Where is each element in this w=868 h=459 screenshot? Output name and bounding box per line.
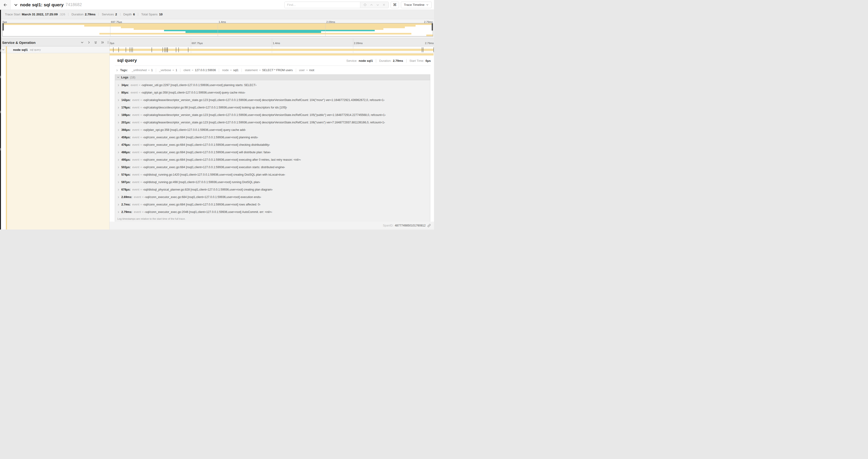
tag-item[interactable]: user=root — [296, 69, 317, 72]
log-row[interactable]: 2.7ms:event=‹sql/conn_executor_exec.go:6… — [115, 201, 430, 208]
viewport-scrubber-right[interactable] — [432, 23, 433, 31]
log-timestamp: 201μs: — [121, 121, 131, 124]
log-field-key: event — [132, 128, 140, 132]
next-result-icon[interactable] — [376, 3, 379, 6]
chevron-right-icon — [117, 121, 120, 124]
collapse-controls — [81, 41, 110, 44]
span-detail-area: sql query Service:node sql1Duration:2.79… — [0, 53, 434, 230]
tick: 697.75μs — [191, 41, 203, 45]
summary-item: Total Spans10 — [138, 13, 166, 16]
log-row[interactable]: 2.69ms:event=‹sql/conn_executor_exec.go:… — [115, 193, 430, 201]
summary-bar: Trace StartMarch 31 2022, 17:25:09.326Du… — [0, 10, 434, 19]
log-field-key: event — [132, 203, 140, 206]
collapse-one-icon[interactable] — [81, 41, 84, 44]
tag-item[interactable]: statement=SELECT * FROM users — [242, 69, 296, 72]
log-row[interactable]: 34μs:event=‹sql/exec_util.go:2297 [nsql1… — [115, 81, 430, 89]
chevron-down-icon[interactable] — [2, 48, 5, 51]
locate-icon[interactable] — [363, 3, 367, 6]
log-row[interactable]: 366μs:event=‹sql/plan_opt.go:358 [nsql1,… — [115, 126, 430, 134]
chevron-down-icon[interactable] — [14, 3, 18, 7]
trace-view-dropdown[interactable]: Trace Timeline — [401, 2, 432, 8]
log-timestamp: 2.69ms: — [121, 195, 132, 199]
detail-span-bar — [110, 54, 434, 56]
chevron-right-icon — [117, 196, 120, 198]
viewport-scrubber-left[interactable] — [3, 23, 4, 31]
span-bar-cell[interactable] — [110, 46, 434, 53]
tick-label: 2.79ms — [425, 42, 434, 44]
log-row[interactable]: 80μs:event=‹sql/plan_opt.go:358 [nsql1,c… — [115, 89, 430, 96]
chevron-right-icon — [117, 166, 120, 169]
span-name-cell[interactable]: node sql1 sql query — [0, 46, 110, 53]
log-row[interactable]: 486μs:event=‹sql/conn_executor_exec.go:6… — [115, 149, 430, 156]
log-equals: = — [140, 158, 142, 161]
summary-item: Trace StartMarch 31 2022, 17:25:09.326 — [2, 13, 68, 16]
log-field-key: event — [134, 210, 141, 214]
log-row[interactable]: 495μs:event=‹sql/conn_executor_exec.go:6… — [115, 156, 430, 163]
log-timestamp: 34μs: — [121, 84, 129, 87]
log-row[interactable]: 142μs:event=‹sql/catalog/lease/descripto… — [115, 96, 430, 104]
expand-all-icon[interactable] — [101, 41, 104, 44]
log-row[interactable]: 201μs:event=‹sql/catalog/lease/descripto… — [115, 119, 430, 126]
log-row[interactable]: 176μs:event=‹sql/catalog/descs/descripto… — [115, 104, 430, 111]
log-row[interactable]: 574μs:event=‹sql/distsql_running.go:1420… — [115, 171, 430, 178]
tag-equals: = — [230, 69, 232, 72]
timeline-header: Service & Operation 0μs697.75μs1.4ms2.09 — [0, 38, 434, 46]
top-bar-actions: ⌘ Trace Timeline — [284, 2, 434, 8]
tag-item[interactable]: client=127.0.0.1:59936 — [180, 69, 219, 72]
chevron-right-icon — [117, 99, 120, 101]
log-timestamp: 574μs: — [121, 173, 131, 176]
log-row[interactable]: 459μs:event=‹sql/conn_executor_exec.go:6… — [115, 134, 430, 141]
summary-item-label: Services — [102, 13, 114, 16]
log-timestamp: 176μs: — [121, 106, 131, 109]
meta-value: 0μs — [426, 59, 431, 63]
log-row[interactable]: 476μs:event=‹sql/conn_executor_exec.go:6… — [115, 141, 430, 149]
span-meta-item: Start Time:0μs — [406, 59, 431, 63]
expand-one-icon[interactable] — [87, 41, 91, 44]
tags-row[interactable]: Tags: _unfinished=1_verbose=1client=127.… — [116, 68, 431, 72]
tag-equals: = — [173, 69, 174, 72]
chevron-right-icon — [117, 84, 120, 87]
log-row[interactable]: 189μs:event=‹sql/catalog/lease/descripto… — [115, 111, 430, 119]
trace-id: 7418682 — [66, 2, 82, 7]
log-row[interactable]: 597μs:event=‹sql/distsql_running.go:498 … — [115, 178, 430, 186]
expanded-row-highlight — [7, 53, 110, 230]
tag-item[interactable]: _verbose=1 — [156, 69, 180, 72]
chevron-right-icon — [117, 106, 120, 109]
prev-result-icon[interactable] — [370, 3, 373, 6]
tick: 0μs — [110, 41, 114, 45]
column-resizer-handle[interactable] — [107, 41, 109, 44]
tag-item[interactable]: _unfinished=1 — [129, 69, 156, 72]
logs-header[interactable]: Logs (18) — [115, 75, 430, 80]
log-row[interactable]: 678μs:event=‹sql/distsql_physical_planne… — [115, 186, 430, 193]
log-row[interactable]: 502μs:event=‹sql/conn_executor_exec.go:6… — [115, 163, 430, 171]
log-equals: = — [140, 166, 142, 169]
back-button[interactable] — [0, 0, 11, 9]
page-title: node sql1: sql query — [20, 2, 64, 7]
log-equals: = — [140, 151, 142, 154]
summary-item-label: Trace Start — [5, 13, 20, 16]
collapse-all-icon[interactable] — [94, 41, 97, 44]
tick-label: 1.4ms — [272, 42, 280, 44]
tag-value: root — [309, 69, 314, 72]
link-icon[interactable] — [428, 224, 431, 227]
minimap-span-bar — [164, 30, 375, 31]
tick-label: 0μs — [110, 42, 114, 44]
top-bar: node sql1: sql query 7418682 — [0, 0, 434, 10]
clear-search-icon[interactable] — [382, 3, 385, 6]
service-operation-header: Service & Operation — [2, 41, 35, 44]
tick: 1.4ms — [272, 41, 280, 45]
find-input[interactable] — [285, 2, 360, 8]
timeline-header-ruler: 0μs697.75μs1.4ms2.09ms2.79ms — [110, 39, 434, 46]
summary-item-label: Duration — [71, 13, 83, 16]
log-row[interactable]: 2.79ms:event=‹sql/conn_executor_exec.go:… — [115, 208, 430, 216]
log-timestamp: 2.79ms: — [121, 210, 132, 214]
chevron-right-icon — [117, 181, 120, 184]
minimap-canvas[interactable] — [2, 23, 433, 36]
summary-item-value: 2 — [115, 13, 117, 16]
keyboard-shortcuts-button[interactable]: ⌘ — [391, 2, 399, 8]
tag-item[interactable]: node=sql1 — [219, 69, 242, 72]
detail-header: sql query Service:node sql1Duration:2.79… — [117, 58, 431, 63]
chevron-right-icon — [117, 136, 120, 139]
log-marker-tick — [126, 47, 126, 52]
span-id-value: 4877749850101760812 — [395, 224, 426, 227]
